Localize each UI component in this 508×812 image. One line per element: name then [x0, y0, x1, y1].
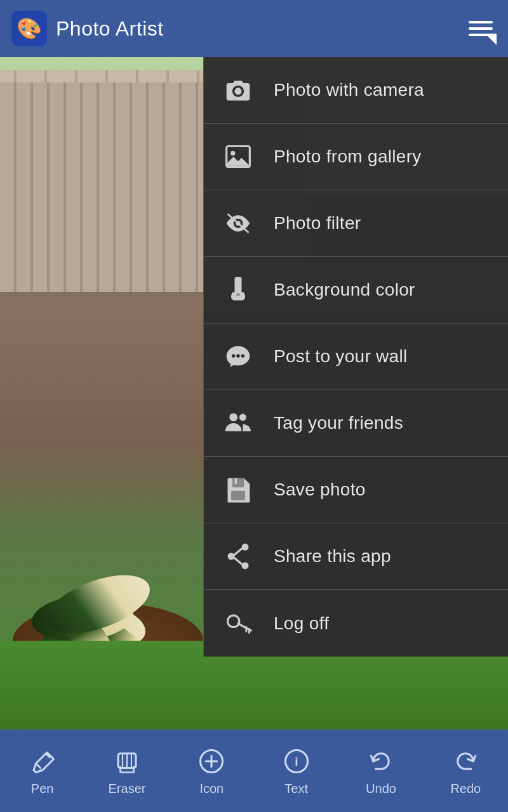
people-icon: [222, 407, 255, 440]
eraser-icon: [112, 746, 142, 776]
tool-undo[interactable]: Undo: [338, 746, 423, 796]
redo-icon: [450, 746, 481, 776]
eye-icon: [222, 207, 255, 240]
camera-icon: [222, 74, 255, 107]
header-left: 🎨 Photo Artist: [11, 11, 164, 46]
gallery-icon: [222, 140, 255, 173]
pen-icon: [27, 746, 58, 776]
menu-button[interactable]: [465, 17, 497, 40]
tool-text[interactable]: i Text: [254, 746, 338, 796]
svg-point-4: [229, 413, 237, 421]
svg-line-12: [235, 549, 242, 554]
tool-icon[interactable]: Icon: [170, 746, 254, 796]
menu-triangle: [485, 34, 497, 45]
menu-label-background-color: Background color: [274, 280, 415, 300]
menu-label-save-photo: Save photo: [274, 480, 366, 500]
menu-item-photo-gallery[interactable]: Photo from gallery: [204, 124, 508, 190]
menu-label-photo-camera: Photo with camera: [274, 80, 424, 100]
pen-label: Pen: [31, 782, 54, 796]
text-icon: i: [281, 746, 312, 776]
redo-label: Redo: [450, 782, 481, 796]
bottom-toolbar: Pen Eraser Icon i: [0, 730, 508, 812]
menu-bar-2: [469, 27, 493, 30]
share-icon: [222, 540, 255, 573]
menu-label-log-off: Log off: [274, 613, 329, 634]
text-label: Text: [284, 782, 308, 796]
svg-point-5: [239, 414, 246, 421]
menu-label-share-app: Share this app: [274, 546, 391, 566]
key-icon: [222, 607, 255, 640]
tool-redo[interactable]: Redo: [424, 746, 508, 796]
menu-item-save-photo[interactable]: Save photo: [204, 457, 508, 523]
tool-pen[interactable]: Pen: [0, 746, 84, 796]
svg-rect-3: [236, 294, 240, 296]
menu-item-photo-camera[interactable]: Photo with camera: [204, 57, 508, 124]
menu-item-post-wall[interactable]: Post to your wall: [204, 324, 508, 390]
undo-label: Undo: [366, 782, 396, 796]
svg-point-11: [228, 553, 235, 560]
app-header: 🎨 Photo Artist: [0, 0, 508, 57]
tool-eraser[interactable]: Eraser: [84, 746, 169, 796]
menu-item-tag-friends[interactable]: Tag your friends: [204, 390, 508, 457]
menu-label-post-wall: Post to your wall: [274, 346, 408, 367]
dropdown-menu: Photo with camera Photo from gallery Pho…: [203, 57, 508, 657]
menu-label-tag-friends: Tag your friends: [274, 413, 403, 433]
svg-rect-2: [235, 277, 242, 294]
svg-point-14: [228, 615, 239, 627]
menu-label-photo-filter: Photo filter: [274, 213, 361, 233]
floppy-icon: [222, 473, 255, 506]
eraser-label: Eraser: [109, 782, 146, 796]
app-title: Photo Artist: [56, 17, 164, 41]
menu-item-share-app[interactable]: Share this app: [204, 523, 508, 590]
svg-point-1: [231, 151, 235, 155]
svg-text:i: i: [295, 755, 298, 768]
svg-point-10: [242, 562, 249, 569]
icon-tool-icon: [196, 746, 227, 776]
icon-label: Icon: [199, 782, 224, 796]
menu-bar-1: [469, 21, 493, 23]
svg-rect-6: [232, 478, 244, 488]
svg-rect-8: [235, 478, 237, 484]
svg-point-9: [242, 544, 249, 551]
svg-line-13: [235, 558, 242, 564]
paint-icon: [222, 273, 255, 306]
undo-icon: [366, 746, 396, 776]
menu-item-photo-filter[interactable]: Photo filter: [204, 190, 508, 257]
svg-rect-7: [231, 491, 245, 501]
menu-label-photo-gallery: Photo from gallery: [274, 147, 422, 167]
chat-icon: [222, 340, 255, 373]
menu-item-background-color[interactable]: Background color: [204, 257, 508, 324]
menu-item-log-off[interactable]: Log off: [204, 590, 508, 657]
app-icon: 🎨: [11, 11, 47, 46]
